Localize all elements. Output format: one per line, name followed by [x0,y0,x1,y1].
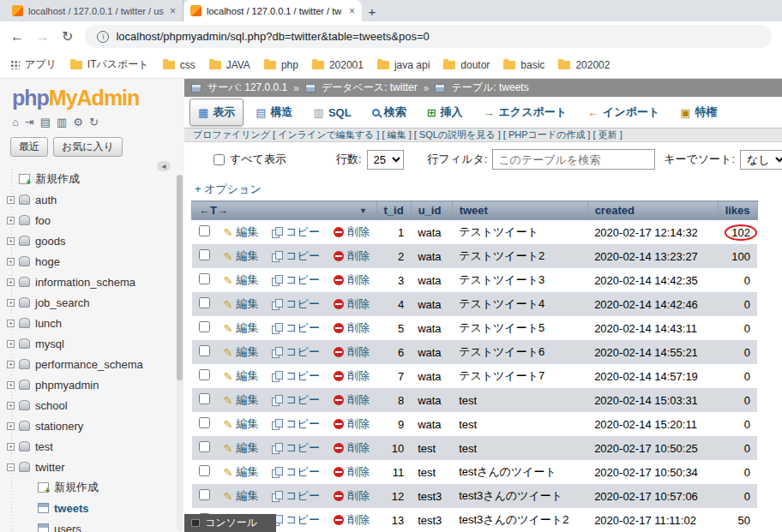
recent-button[interactable]: 最近 [10,137,48,157]
column-options-caret-icon[interactable]: ▼ [359,206,367,215]
edit-link[interactable]: 編集 [224,344,259,360]
select-all-header[interactable]: ←T→ ▼ [192,201,377,220]
sidebar-scrollbar-thumb[interactable] [177,175,183,380]
copy-link[interactable]: コピー [272,248,320,264]
row-checkbox[interactable] [199,369,210,380]
edit-link[interactable]: 編集 [224,368,259,384]
row-checkbox[interactable] [199,225,210,236]
delete-link[interactable]: 削除 [334,272,370,288]
column-header-likes[interactable]: likes [718,201,757,220]
bookmark-item[interactable]: 202001 [312,57,364,72]
tree-item[interactable]: mysql [5,333,184,354]
expander-icon[interactable] [7,443,15,451]
delete-link[interactable]: 削除 [334,488,370,504]
expander-icon[interactable] [7,299,15,307]
options-toggle-link[interactable]: + オプション [195,182,262,197]
edit-link[interactable]: 編集 [224,488,259,504]
tree-item[interactable]: stationery [5,415,184,436]
tree-item[interactable]: information_schema [5,272,184,292]
panel-collapse-icon[interactable]: ◄ [157,161,171,171]
tree-item-label[interactable]: job_search [35,296,90,309]
sort-by-key-select[interactable]: なし [740,150,782,170]
check-toggle-header-label[interactable]: ←T→ [199,204,228,217]
reload-navigation-icon[interactable]: ↻ [89,116,99,129]
page-tab[interactable]: 挿入 [418,99,472,126]
copy-link[interactable]: コピー [272,464,320,480]
logout-icon[interactable]: ⇥ [25,116,34,129]
copy-link[interactable]: コピー [272,368,320,384]
address-bar[interactable]: localhost/phpmyadmin/sql.php?db=twitter&… [85,25,772,48]
tree-item-label[interactable]: goods [35,235,65,248]
tree-item[interactable]: test [5,436,184,457]
forward-icon[interactable]: → [36,29,50,45]
delete-link[interactable]: 削除 [334,368,370,384]
tree-item[interactable]: performance_schema [5,354,184,374]
expander-icon[interactable] [7,320,15,327]
page-tab[interactable]: SQL [305,100,360,125]
copy-link[interactable]: コピー [272,296,320,312]
delete-link[interactable]: 削除 [334,392,370,408]
bookmark-item[interactable]: php [264,57,298,72]
tab-close-icon[interactable]: × [170,5,176,17]
tree-item-label[interactable]: users [54,523,81,532]
page-tab[interactable]: エクスポート [475,99,576,126]
tree-item-label[interactable]: lunch [35,317,62,330]
tree-item[interactable]: tweets [24,498,184,518]
copy-link[interactable]: コピー [272,488,320,504]
delete-link[interactable]: 削除 [334,224,370,240]
apps-shortcut[interactable]: アプリ [10,57,57,72]
tree-item-label[interactable]: school [35,399,68,412]
tree-item[interactable]: goods [5,230,184,251]
mysql-docs-icon[interactable]: ▥ [57,116,67,129]
edit-link[interactable]: 編集 [224,248,259,264]
tree-item-label[interactable]: hoge [35,255,60,268]
tree-item-label[interactable]: performance_schema [35,358,143,371]
rows-per-page-select[interactable]: 25 [367,150,404,170]
row-checkbox[interactable] [199,393,210,404]
bookmark-item[interactable]: ITパスポート [70,57,149,72]
bookmark-item[interactable]: 202002 [558,57,610,72]
tree-item-label[interactable]: tweets [54,502,88,515]
expander-icon[interactable] [7,340,15,348]
console-toggle[interactable]: コンソール [184,514,276,532]
tree-item-label[interactable]: mysql [35,338,64,350]
bookmark-item[interactable]: java api [377,57,430,72]
bookmark-item[interactable]: css [163,57,196,72]
tree-item-label[interactable]: 新規作成 [35,171,80,187]
pma-docs-icon[interactable]: ▤ [40,116,51,129]
page-tab[interactable]: 検索 [364,99,415,126]
edit-link[interactable]: 編集 [224,320,259,336]
delete-link[interactable]: 削除 [334,344,370,360]
reload-icon[interactable]: ↻ [62,28,73,45]
tab-close-icon[interactable]: × [349,5,355,17]
breadcrumb-table[interactable]: テーブル: tweets [451,81,528,95]
copy-link[interactable]: コピー [272,224,320,240]
tree-item-label[interactable]: test [35,440,53,453]
edit-link[interactable]: 編集 [224,272,259,288]
copy-link[interactable]: コピー [272,512,320,528]
phpmyadmin-logo[interactable]: phpMyAdmin [0,79,184,112]
row-checkbox[interactable] [199,273,210,284]
copy-link[interactable]: コピー [272,320,320,336]
favorites-button[interactable]: お気に入り [53,137,123,157]
show-all-checkbox[interactable] [214,154,225,165]
bookmark-item[interactable]: JAVA [209,57,250,72]
row-checkbox[interactable] [199,345,210,356]
tree-item[interactable]: phpmyadmin [5,374,184,395]
column-header-t-id[interactable]: t_id [376,201,411,220]
copy-link[interactable]: コピー [272,392,320,408]
row-checkbox[interactable] [199,321,210,332]
delete-link[interactable]: 削除 [334,320,370,336]
breadcrumb-database[interactable]: データベース: twitter [322,81,418,95]
copy-link[interactable]: コピー [272,416,320,432]
column-header-created[interactable]: created [587,201,718,220]
tree-item[interactable]: 新規作成 [5,169,184,189]
sidebar-scrollbar[interactable] [177,175,183,530]
expander-icon[interactable] [7,361,15,368]
delete-link[interactable]: 削除 [334,464,370,480]
edit-link[interactable]: 編集 [224,296,259,312]
bookmark-item[interactable]: basic [503,57,544,72]
tree-item-label[interactable]: auth [35,194,57,206]
page-tab[interactable]: インポート [579,99,668,126]
tree-item[interactable]: twitter [5,457,184,477]
